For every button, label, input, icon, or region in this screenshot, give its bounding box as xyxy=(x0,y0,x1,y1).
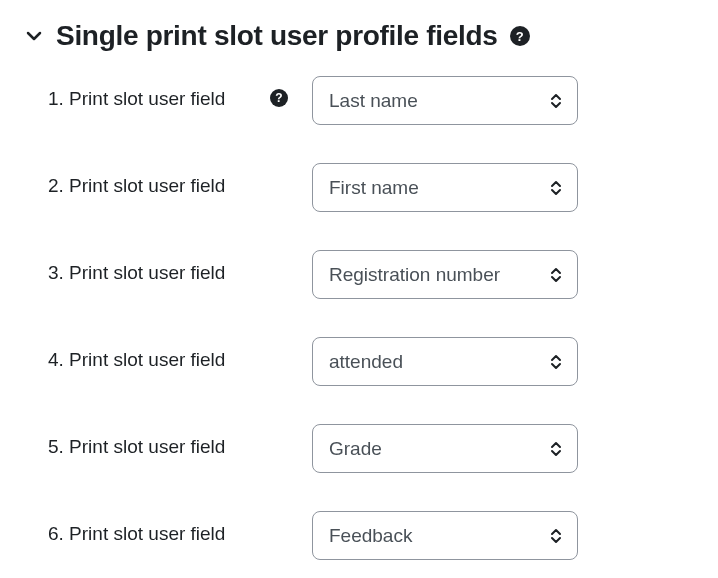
form-row: 3. Print slot user field Registration nu… xyxy=(48,250,694,299)
label-cell: 2. Print slot user field xyxy=(48,163,312,200)
form-rows: 1. Print slot user field ? Last name 2. … xyxy=(24,76,694,560)
label-cell: 6. Print slot user field xyxy=(48,511,312,548)
label-cell: 4. Print slot user field xyxy=(48,337,312,374)
field-label: 6. Print slot user field xyxy=(48,521,225,548)
help-icon[interactable]: ? xyxy=(510,26,530,46)
form-row: 4. Print slot user field attended xyxy=(48,337,694,386)
form-row: 5. Print slot user field Grade xyxy=(48,424,694,473)
select-wrap: attended xyxy=(312,337,578,386)
print-slot-field-1-select[interactable]: Last name xyxy=(312,76,578,125)
label-cell: 3. Print slot user field xyxy=(48,250,312,287)
field-label: 3. Print slot user field xyxy=(48,260,225,287)
select-wrap: Registration number xyxy=(312,250,578,299)
print-slot-field-6-select[interactable]: Feedback xyxy=(312,511,578,560)
label-cell: 1. Print slot user field ? xyxy=(48,76,312,113)
print-slot-field-5-select[interactable]: Grade xyxy=(312,424,578,473)
select-wrap: Grade xyxy=(312,424,578,473)
section-title: Single print slot user profile fields xyxy=(56,20,498,52)
help-icon[interactable]: ? xyxy=(270,89,288,107)
field-label: 2. Print slot user field xyxy=(48,173,225,200)
print-slot-field-4-select[interactable]: attended xyxy=(312,337,578,386)
chevron-down-icon[interactable] xyxy=(24,26,44,46)
section-header: Single print slot user profile fields ? xyxy=(24,20,694,52)
select-wrap: First name xyxy=(312,163,578,212)
form-row: 1. Print slot user field ? Last name xyxy=(48,76,694,125)
select-wrap: Last name xyxy=(312,76,578,125)
field-label: 1. Print slot user field xyxy=(48,86,225,113)
print-slot-field-3-select[interactable]: Registration number xyxy=(312,250,578,299)
label-cell: 5. Print slot user field xyxy=(48,424,312,461)
form-row: 2. Print slot user field First name xyxy=(48,163,694,212)
field-label: 4. Print slot user field xyxy=(48,347,225,374)
form-row: 6. Print slot user field Feedback xyxy=(48,511,694,560)
print-slot-field-2-select[interactable]: First name xyxy=(312,163,578,212)
field-label: 5. Print slot user field xyxy=(48,434,225,461)
select-wrap: Feedback xyxy=(312,511,578,560)
